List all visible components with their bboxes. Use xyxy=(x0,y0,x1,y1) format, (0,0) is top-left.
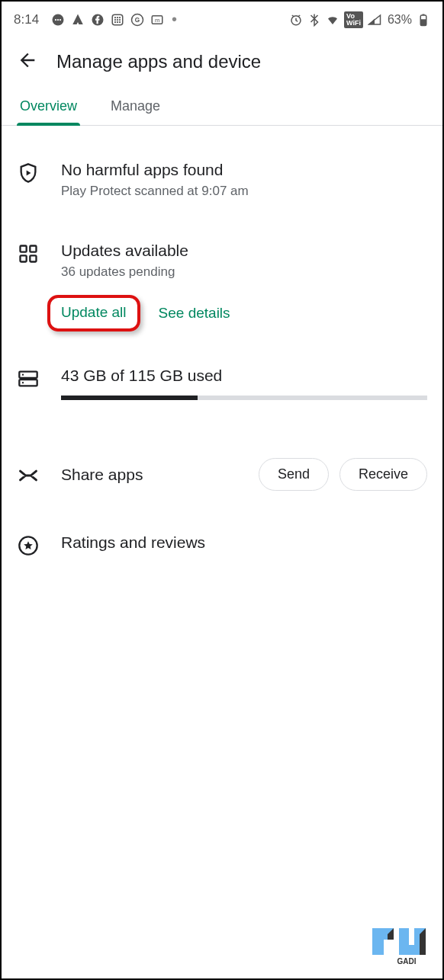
svg-text:G: G xyxy=(135,17,140,24)
svg-point-7 xyxy=(117,16,118,18)
grid-icon xyxy=(111,13,124,27)
page-title: Manage apps and device xyxy=(56,51,261,72)
svg-point-29 xyxy=(22,374,24,376)
wifi-icon xyxy=(326,13,339,27)
update-all-link[interactable]: Update all xyxy=(61,304,127,320)
storage-progress xyxy=(61,396,427,400)
updates-row: Updates available 36 updates pending Upd… xyxy=(17,220,427,339)
status-left: 8:14 G m • xyxy=(14,11,179,28)
updates-subtitle: 36 updates pending xyxy=(61,264,427,280)
google-icon: G xyxy=(130,13,144,27)
ratings-title: Ratings and reviews xyxy=(61,533,427,552)
updates-title: Updates available xyxy=(61,242,427,260)
svg-point-2 xyxy=(57,18,59,20)
storage-label: 43 GB of 115 GB used xyxy=(61,367,427,385)
battery-percent: 63% xyxy=(388,13,412,27)
share-apps-row: Share apps Send Receive xyxy=(17,421,427,512)
alarm-icon xyxy=(289,13,303,27)
app-icon-m: m xyxy=(150,13,164,27)
status-right: VoWiFi 63% xyxy=(289,11,430,28)
star-icon xyxy=(17,533,40,556)
facebook-icon xyxy=(91,13,105,27)
see-details-link[interactable]: See details xyxy=(159,305,230,322)
svg-point-11 xyxy=(119,18,121,20)
storage-row[interactable]: 43 GB of 115 GB used xyxy=(17,339,427,421)
play-protect-row[interactable]: No harmful apps found Play Protect scann… xyxy=(17,139,427,220)
share-icon xyxy=(17,463,40,486)
app-icon-1 xyxy=(71,13,85,27)
content: No harmful apps found Play Protect scann… xyxy=(2,126,442,591)
svg-rect-26 xyxy=(30,255,36,261)
battery-icon xyxy=(417,13,430,27)
svg-rect-21 xyxy=(420,19,426,25)
share-title: Share apps xyxy=(61,466,143,484)
protect-subtitle: Play Protect scanned at 9:07 am xyxy=(61,184,427,199)
watermark-logo: GADI xyxy=(365,921,433,969)
svg-rect-23 xyxy=(21,246,27,252)
svg-point-14 xyxy=(119,21,121,22)
svg-point-6 xyxy=(114,16,116,18)
svg-point-30 xyxy=(22,382,24,383)
tab-overview[interactable]: Overview xyxy=(17,88,80,125)
tabs: Overview Manage xyxy=(2,88,442,126)
back-arrow-icon[interactable] xyxy=(17,50,38,74)
apps-grid-icon xyxy=(17,242,40,264)
signal-icon xyxy=(368,13,381,27)
svg-point-10 xyxy=(117,18,118,20)
protect-title: No harmful apps found xyxy=(61,161,427,179)
send-button[interactable]: Send xyxy=(259,458,329,491)
status-bar: 8:14 G m • VoWiFi 63% xyxy=(2,2,442,34)
svg-point-8 xyxy=(119,16,121,18)
shield-icon xyxy=(17,161,40,184)
svg-rect-22 xyxy=(423,14,425,15)
svg-point-3 xyxy=(60,18,61,20)
svg-point-9 xyxy=(114,18,116,20)
svg-point-13 xyxy=(117,21,118,22)
volte-indicator: VoWiFi xyxy=(344,11,363,28)
ratings-row[interactable]: Ratings and reviews xyxy=(17,512,427,578)
storage-icon xyxy=(17,367,40,389)
header: Manage apps and device xyxy=(2,34,442,88)
svg-rect-24 xyxy=(30,246,36,252)
storage-progress-fill xyxy=(61,396,198,400)
svg-text:GADI: GADI xyxy=(397,957,417,966)
clock: 8:14 xyxy=(14,12,39,27)
svg-rect-25 xyxy=(21,255,27,261)
svg-point-1 xyxy=(55,18,56,20)
svg-text:m: m xyxy=(155,17,159,24)
svg-point-12 xyxy=(114,21,116,22)
message-icon xyxy=(51,13,65,27)
bluetooth-icon xyxy=(307,13,321,27)
tab-manage[interactable]: Manage xyxy=(108,88,163,125)
status-separator: • xyxy=(172,11,177,28)
highlight-annotation: Update all xyxy=(47,295,140,331)
receive-button[interactable]: Receive xyxy=(339,458,427,491)
